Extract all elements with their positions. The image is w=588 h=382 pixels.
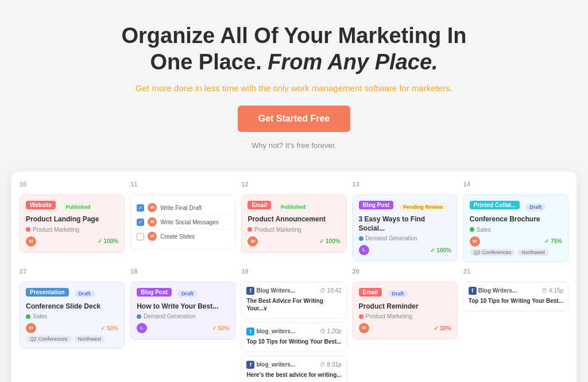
hero-title: Organize All Of Your Marketing In One Pl… (11, 23, 577, 75)
col-number: 20 (353, 268, 458, 275)
checklist-item: ✓WWrite Social Messages (137, 215, 229, 229)
task-card: Blog PostPending Review3 Easy Ways to Fi… (353, 194, 458, 262)
col-number: 14 (463, 181, 568, 188)
blog-card: fblog_writers...⏱ 8:31pHere's the best a… (241, 356, 346, 382)
board-col-2-19: 19fBlog Writers...⏱ 10:42The Best Advice… (241, 268, 346, 382)
task-card: EmailDraftProduct ReminderProduct Market… (353, 282, 458, 340)
board-row-2: 17PresentationDraftConference Slide Deck… (20, 268, 568, 382)
board-col-2-20: 20EmailDraftProduct ReminderProduct Mark… (353, 268, 458, 382)
board-row-1: 10WebsitePublishedProduct Landing PagePr… (20, 181, 568, 262)
col-number: 19 (241, 268, 346, 275)
board-col-1-11: 11✓WWrite Final Draft✓WWrite Social Mess… (130, 181, 235, 262)
board-wrapper: 10WebsitePublishedProduct Landing PagePr… (0, 171, 588, 382)
board-col-2-17: 17PresentationDraftConference Slide Deck… (20, 268, 125, 382)
checklist-item: WCreate Slides (137, 229, 229, 243)
col-number: 10 (20, 181, 125, 188)
board-col-1-13: 13Blog PostPending Review3 Easy Ways to … (353, 181, 458, 262)
hero-subtitle: Get more done in less time with the only… (11, 83, 577, 93)
col-number: 12 (241, 181, 346, 188)
board-col-1-14: 14Printed Collat...DraftConference Broch… (463, 181, 568, 262)
task-card: PresentationDraftConference Slide DeckSa… (20, 282, 125, 349)
checklist-item: ✓WWrite Final Draft (137, 201, 229, 215)
col-number: 13 (353, 181, 458, 188)
task-card: Blog PostDraftHow to Write Your Best...D… (130, 282, 235, 340)
col-number: 11 (130, 181, 235, 188)
col-number: 18 (130, 268, 235, 275)
board-col-2-21: 21fBlog Writers...⏱ 4:15pTop 10 Tips for… (463, 268, 568, 382)
kanban-board: 10WebsitePublishedProduct Landing PagePr… (11, 171, 577, 382)
board-col-1-10: 10WebsitePublishedProduct Landing PagePr… (20, 181, 125, 262)
cta-button[interactable]: Get Started Free (238, 106, 350, 132)
blog-simple-card: fBlog Writers...⏱ 4:15pTop 10 Tips for W… (463, 282, 568, 311)
checklist-card: ✓WWrite Final Draft✓WWrite Social Messag… (130, 194, 235, 250)
task-card: EmailPublishedProduct AnnouncementProduc… (241, 194, 346, 253)
task-card: Printed Collat...DraftConference Brochur… (463, 194, 568, 262)
blog-multi-wrapper: fBlog Writers...⏱ 10:42The Best Advice F… (241, 282, 346, 382)
cta-sub: Why not? It's free forever. (11, 141, 577, 150)
hero-section: Organize All Of Your Marketing In One Pl… (0, 0, 588, 161)
task-card: WebsitePublishedProduct Landing PageProd… (20, 194, 125, 253)
col-number: 21 (463, 268, 568, 275)
board-col-1-12: 12EmailPublishedProduct AnnouncementProd… (241, 181, 346, 262)
blog-card: tblog_writers...⏱ 1:20pTop 10 Tips for W… (241, 322, 346, 352)
blog-card: fBlog Writers...⏱ 10:42The Best Advice F… (241, 282, 346, 319)
board-col-2-18: 18Blog PostDraftHow to Write Your Best..… (130, 268, 235, 382)
col-number: 17 (20, 268, 125, 275)
